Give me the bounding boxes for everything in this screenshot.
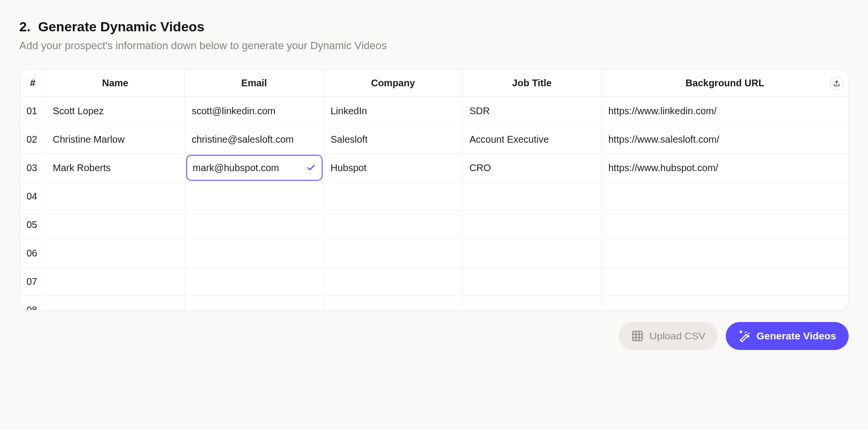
magic-wand-icon [738, 330, 751, 342]
cell-value: 07 [27, 276, 37, 287]
col-header-name[interactable]: Name [46, 70, 185, 97]
cell-value: Scott Lopez [53, 106, 104, 117]
table-header-row: # Name Email Company Job Title Backgroun… [20, 70, 848, 97]
cell-value: 04 [27, 191, 37, 202]
cell-value: mark@hubspot.com [193, 162, 279, 174]
table-icon [631, 330, 644, 342]
svg-rect-1 [633, 331, 642, 341]
cell-job-title[interactable] [462, 239, 601, 268]
cell-background-url[interactable] [601, 211, 848, 239]
cell-email[interactable] [185, 268, 324, 296]
cell-value: https://www.linkedin.com/ [609, 106, 717, 117]
cell-background-url[interactable]: https://www.hubspot.com/ [601, 154, 848, 182]
col-header-url[interactable]: Background URL [601, 70, 848, 97]
prospects-table-container: # Name Email Company Job Title Backgroun… [19, 69, 849, 310]
cell-job-title[interactable]: CRO [462, 154, 601, 182]
cell-background-url[interactable] [601, 268, 848, 296]
cell-job-title[interactable]: SDR [462, 97, 601, 125]
upload-icon [833, 80, 840, 87]
cell-name[interactable] [46, 211, 185, 239]
cell-value: SDR [470, 106, 490, 117]
col-header-url-label: Background URL [686, 78, 764, 88]
section-title: 2. Generate Dynamic Videos [19, 19, 849, 35]
col-header-company[interactable]: Company [324, 70, 462, 97]
cell-index[interactable]: 03 [20, 154, 46, 182]
table-row: 04 [20, 182, 848, 211]
cell-email[interactable] [185, 296, 324, 311]
cell-background-url[interactable] [601, 182, 848, 211]
cell-job-title[interactable] [462, 182, 601, 211]
col-header-email[interactable]: Email [185, 70, 324, 97]
cell-email[interactable] [185, 211, 324, 239]
cell-name[interactable] [46, 268, 185, 296]
cell-name[interactable]: Scott Lopez [46, 97, 185, 125]
cell-company[interactable]: Salesloft [324, 125, 462, 154]
cell-email[interactable] [185, 182, 324, 211]
cell-index[interactable]: 04 [20, 182, 46, 211]
col-header-index[interactable]: # [20, 70, 46, 97]
cell-value: LinkedIn [331, 106, 367, 117]
cell-index[interactable]: 02 [20, 125, 46, 154]
table-row: 07 [20, 268, 848, 296]
cell-company[interactable] [324, 296, 462, 311]
table-row: 05 [20, 211, 848, 239]
cell-job-title[interactable] [462, 211, 601, 239]
cell-company[interactable]: LinkedIn [324, 97, 462, 125]
cell-company[interactable] [324, 268, 462, 296]
actions-bar: Upload CSV Generate Videos [19, 310, 849, 350]
upload-csv-button[interactable]: Upload CSV [619, 322, 718, 350]
generate-videos-button[interactable]: Generate Videos [726, 322, 849, 350]
cell-index[interactable]: 05 [20, 211, 46, 239]
cell-background-url[interactable] [601, 239, 848, 268]
cell-job-title[interactable]: Account Executive [462, 125, 601, 154]
table-row: 01Scott Lopezscott@linkedin.comLinkedInS… [20, 97, 848, 125]
generate-videos-label: Generate Videos [757, 330, 836, 342]
cell-background-url[interactable]: https://www.salesloft.com/ [601, 125, 848, 154]
cell-value: Account Executive [470, 134, 549, 145]
table-row: 08 [20, 296, 848, 311]
cell-background-url[interactable] [601, 296, 848, 311]
upload-csv-label: Upload CSV [650, 330, 705, 342]
prospects-table: # Name Email Company Job Title Backgroun… [20, 70, 848, 310]
cell-job-title[interactable] [462, 268, 601, 296]
cell-value: 01 [27, 106, 37, 117]
table-row: 02Christine Marlowchristine@salesloft.co… [20, 125, 848, 154]
cell-email[interactable] [185, 239, 324, 268]
cell-company[interactable] [324, 182, 462, 211]
cell-email[interactable]: scott@linkedin.com [185, 97, 324, 125]
cell-value: Hubspot [331, 162, 367, 174]
cell-company[interactable] [324, 239, 462, 268]
cell-name[interactable] [46, 239, 185, 268]
cell-name[interactable]: Christine Marlow [46, 125, 185, 154]
cell-company[interactable]: Hubspot [324, 154, 462, 182]
table-row: 06 [20, 239, 848, 268]
cell-index[interactable]: 07 [20, 268, 46, 296]
cell-index[interactable]: 06 [20, 239, 46, 268]
cell-value: Christine Marlow [53, 134, 125, 145]
cell-value: CRO [470, 162, 491, 174]
cell-name[interactable] [46, 296, 185, 311]
cell-index[interactable]: 08 [20, 296, 46, 311]
step-number: 2. [19, 19, 30, 34]
cell-company[interactable] [324, 211, 462, 239]
cell-value: https://www.hubspot.com/ [609, 162, 719, 174]
cell-value: 06 [27, 248, 37, 259]
cell-value: Mark Roberts [53, 162, 111, 174]
cell-value: 02 [27, 134, 37, 145]
cell-value: 03 [27, 162, 37, 174]
cell-index[interactable]: 01 [20, 97, 46, 125]
upload-column-button[interactable] [830, 77, 843, 90]
section-subtitle: Add your prospect's information down bel… [19, 40, 849, 52]
cell-value: Salesloft [331, 134, 368, 145]
cell-email[interactable]: mark@hubspot.com [185, 154, 324, 182]
step-title: Generate Dynamic Videos [38, 19, 204, 34]
col-header-jobtitle[interactable]: Job Title [462, 70, 601, 97]
cell-value: https://www.salesloft.com/ [609, 134, 719, 145]
check-icon [306, 163, 316, 173]
cell-email[interactable]: christine@salesloft.com [185, 125, 324, 154]
cell-value: 05 [27, 219, 37, 230]
cell-job-title[interactable] [462, 296, 601, 311]
cell-background-url[interactable]: https://www.linkedin.com/ [601, 97, 848, 125]
cell-name[interactable]: Mark Roberts [46, 154, 185, 182]
cell-name[interactable] [46, 182, 185, 211]
